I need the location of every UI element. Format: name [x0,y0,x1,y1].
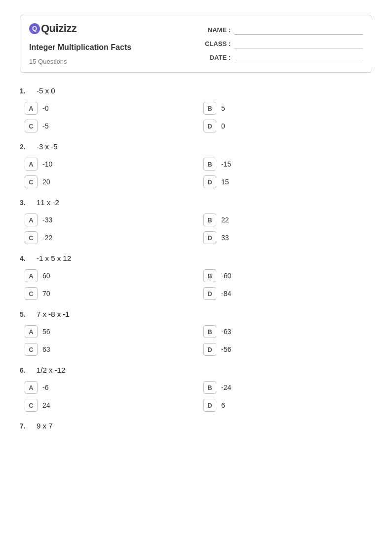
option-badge-c: C [25,120,38,132]
option-badge-c: C [25,287,38,300]
option-value-d: 0 [221,122,225,130]
option-b-q1: B5 [203,102,372,115]
option-value-c: 20 [42,178,50,186]
question-stem-6: 6.1/2 x -12 [20,366,372,374]
option-a-q5: A56 [25,325,194,338]
option-badge-c: C [25,231,38,244]
option-b-q4: B-60 [203,269,372,282]
option-value-c: -5 [42,122,48,130]
option-badge-d: D [203,287,216,300]
option-value-b: -24 [221,384,231,391]
option-value-c: 70 [42,290,50,298]
question-text-1: -5 x 0 [37,86,55,95]
options-grid-3: A-33B22C-22D33 [20,213,372,244]
name-field-row: NAME : [201,26,363,35]
question-stem-5: 5.7 x -8 x -1 [20,310,372,318]
option-a-q4: A60 [25,269,194,282]
header-right: NAME : CLASS : DATE : [191,22,363,65]
options-grid-6: A-6B-24C24D6 [20,381,372,412]
option-c-q4: C70 [25,287,194,300]
class-field-row: CLASS : [201,40,363,48]
question-number-3: 3. [20,199,32,207]
option-value-b: -15 [221,160,231,168]
option-value-d: -56 [221,345,231,353]
question-text-6: 1/2 x -12 [37,366,65,374]
question-block-2: 2.-3 x -5A-10B-15C20D15 [20,142,372,188]
question-number-5: 5. [20,310,32,318]
option-value-a: -6 [42,384,48,391]
question-block-6: 6.1/2 x -12A-6B-24C24D6 [20,366,372,412]
option-d-q3: D33 [203,231,372,244]
question-stem-4: 4.-1 x 5 x 12 [20,254,372,262]
option-value-a: 56 [42,328,50,336]
option-d-q4: D-84 [203,287,372,300]
question-block-1: 1.-5 x 0A-0B5C-5D0 [20,86,372,132]
question-number-1: 1. [20,87,32,95]
option-c-q3: C-22 [25,231,194,244]
option-badge-b: B [203,102,216,115]
option-value-a: -0 [42,104,48,112]
question-text-7: 9 x 7 [37,422,53,430]
option-d-q6: D6 [203,399,372,412]
option-d-q2: D15 [203,175,372,188]
option-value-a: -33 [42,216,52,224]
option-a-q3: A-33 [25,213,194,226]
date-input[interactable] [235,53,363,62]
question-number-7: 7. [20,422,32,430]
options-grid-5: A56B-63C63D-56 [20,325,372,356]
question-text-3: 11 x -2 [37,198,59,207]
option-value-d: 33 [221,234,229,242]
options-grid-4: A60B-60C70D-84 [20,269,372,300]
option-value-c: 24 [42,401,50,409]
option-badge-a: A [25,269,38,282]
options-grid-1: A-0B5C-5D0 [20,102,372,132]
option-badge-c: C [25,175,38,188]
page: Q Quizizz Integer Multiplication Facts 1… [0,0,392,555]
option-value-c: 63 [42,345,50,353]
option-badge-b: B [203,381,216,394]
option-a-q1: A-0 [25,102,194,115]
options-grid-2: A-10B-15C20D15 [20,158,372,188]
option-value-b: 22 [221,216,229,224]
quiz-subtitle: 15 Questions [29,58,191,65]
name-label: NAME : [201,26,231,34]
question-number-4: 4. [20,255,32,262]
question-stem-3: 3.11 x -2 [20,198,372,207]
option-badge-d: D [203,343,216,356]
question-number-2: 2. [20,143,32,151]
option-badge-d: D [203,120,216,132]
option-value-c: -22 [42,234,52,242]
option-value-a: 60 [42,272,50,280]
option-value-b: -60 [221,272,231,280]
option-c-q6: C24 [25,399,194,412]
option-badge-c: C [25,399,38,412]
option-badge-a: A [25,213,38,226]
question-text-5: 7 x -8 x -1 [37,310,70,318]
question-block-4: 4.-1 x 5 x 12A60B-60C70D-84 [20,254,372,300]
option-c-q1: C-5 [25,120,194,132]
question-text-4: -1 x 5 x 12 [37,254,71,262]
questions-container: 1.-5 x 0A-0B5C-5D02.-3 x -5A-10B-15C20D1… [20,86,372,430]
quiz-title: Integer Multiplication Facts [29,43,191,52]
question-number-6: 6. [20,366,32,374]
option-b-q2: B-15 [203,158,372,171]
class-input[interactable] [235,40,363,48]
option-b-q6: B-24 [203,381,372,394]
option-badge-b: B [203,213,216,226]
option-value-b: 5 [221,104,225,112]
option-value-b: -63 [221,328,231,336]
question-stem-7: 7.9 x 7 [20,422,372,430]
header-box: Q Quizizz Integer Multiplication Facts 1… [20,15,372,73]
option-c-q5: C63 [25,343,194,356]
question-stem-2: 2.-3 x -5 [20,142,372,151]
option-badge-a: A [25,381,38,394]
option-badge-d: D [203,175,216,188]
name-input[interactable] [235,26,363,35]
question-stem-1: 1.-5 x 0 [20,86,372,95]
option-a-q2: A-10 [25,158,194,171]
logo-text: Quizizz [41,22,77,35]
option-d-q5: D-56 [203,343,372,356]
header-left: Q Quizizz Integer Multiplication Facts 1… [29,22,191,65]
logo: Q Quizizz [29,22,191,35]
option-value-d: 15 [221,178,229,186]
